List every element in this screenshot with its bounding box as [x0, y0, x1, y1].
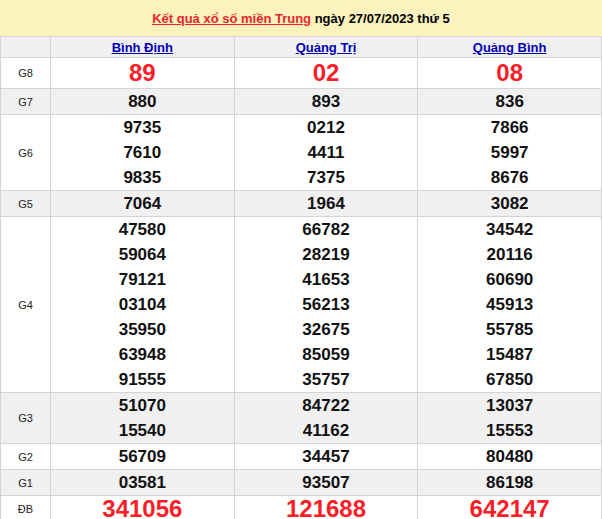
winning-number: 41653 [235, 267, 418, 292]
winning-number: 15540 [51, 418, 234, 443]
prize-numbers-cell: 56709 [51, 444, 235, 470]
prize-numbers-cell: 80480 [418, 444, 602, 470]
prize-numbers-cell: 642147 [418, 496, 602, 519]
winning-number: 03104 [51, 292, 234, 317]
winning-number: 66782 [235, 217, 418, 242]
lottery-results-table: Bình Định Quảng Trị Quảng Bình G8890208G… [0, 36, 602, 519]
lottery-region-link[interactable]: Kết quả xổ số miền Trung [152, 11, 311, 26]
prize-row-g7: G7880893836 [1, 89, 602, 115]
prize-label: G6 [1, 115, 51, 191]
winning-number: 7610 [51, 140, 234, 165]
winning-number: 836 [418, 89, 601, 114]
prize-label-header [1, 37, 51, 58]
winning-number: 93507 [235, 470, 418, 495]
prize-label: G1 [1, 470, 51, 496]
prize-numbers-cell: 86198 [418, 470, 602, 496]
winning-number: 15553 [418, 418, 601, 443]
winning-number: 3082 [418, 191, 601, 216]
prize-label: G3 [1, 393, 51, 444]
prize-numbers-cell: 1964 [234, 191, 418, 217]
winning-number: 55785 [418, 317, 601, 342]
winning-number: 0212 [235, 115, 418, 140]
winning-number: 34457 [235, 444, 418, 469]
winning-number: 60690 [418, 267, 601, 292]
winning-number: 02 [235, 58, 418, 88]
winning-number: 63948 [51, 342, 234, 367]
prize-row-đb: ĐB341056121688642147 [1, 496, 602, 519]
winning-number: 9835 [51, 165, 234, 190]
prize-numbers-cell: 34542201166069045913557851548767850 [418, 217, 602, 393]
prize-row-g5: G5706419643082 [1, 191, 602, 217]
prize-label: ĐB [1, 496, 51, 519]
prize-numbers-cell: 5107015540 [51, 393, 235, 444]
winning-number: 893 [235, 89, 418, 114]
prize-label: G7 [1, 89, 51, 115]
winning-number: 4411 [235, 140, 418, 165]
prize-label: G4 [1, 217, 51, 393]
prize-numbers-cell: 66782282194165356213326758505935757 [234, 217, 418, 393]
winning-number: 79121 [51, 267, 234, 292]
prize-numbers-cell: 121688 [234, 496, 418, 519]
winning-number: 32675 [235, 317, 418, 342]
prize-numbers-cell: 3082 [418, 191, 602, 217]
winning-number: 35950 [51, 317, 234, 342]
winning-number: 341056 [51, 496, 234, 519]
winning-number: 8676 [418, 165, 601, 190]
prize-numbers-cell: 786659978676 [418, 115, 602, 191]
prize-numbers-cell: 7064 [51, 191, 235, 217]
province-link[interactable]: Quảng Trị [296, 40, 357, 55]
winning-number: 121688 [235, 496, 418, 519]
prize-row-g3: G3510701554084722411621303715553 [1, 393, 602, 444]
prize-numbers-cell: 341056 [51, 496, 235, 519]
prize-numbers-cell: 836 [418, 89, 602, 115]
winning-number: 15487 [418, 342, 601, 367]
prize-row-g2: G2567093445780480 [1, 444, 602, 470]
winning-number: 20116 [418, 242, 601, 267]
winning-number: 85059 [235, 342, 418, 367]
winning-number: 9735 [51, 115, 234, 140]
table-header-row: Bình Định Quảng Trị Quảng Bình [1, 37, 602, 58]
province-link[interactable]: Bình Định [112, 40, 173, 55]
prize-row-g8: G8890208 [1, 58, 602, 89]
winning-number: 5997 [418, 140, 601, 165]
winning-number: 28219 [235, 242, 418, 267]
winning-number: 7064 [51, 191, 234, 216]
winning-number: 7866 [418, 115, 601, 140]
prize-numbers-cell: 021244117375 [234, 115, 418, 191]
prize-row-g1: G1035819350786198 [1, 470, 602, 496]
prize-numbers-cell: 8472241162 [234, 393, 418, 444]
prize-row-g6: G6973576109835021244117375786659978676 [1, 115, 602, 191]
winning-number: 03581 [51, 470, 234, 495]
winning-number: 08 [418, 58, 601, 88]
page-title: Kết quả xổ số miền Trung ngày 27/07/2023… [0, 0, 602, 36]
prize-numbers-cell: 880 [51, 89, 235, 115]
winning-number: 56213 [235, 292, 418, 317]
prize-label: G5 [1, 191, 51, 217]
winning-number: 89 [51, 58, 234, 88]
column-header-quang-binh: Quảng Bình [418, 37, 602, 58]
winning-number: 51070 [51, 393, 234, 418]
column-header-binh-dinh: Bình Định [51, 37, 235, 58]
winning-number: 56709 [51, 444, 234, 469]
prize-numbers-cell: 08 [418, 58, 602, 89]
prize-numbers-cell: 893 [234, 89, 418, 115]
prize-numbers-cell: 34457 [234, 444, 418, 470]
province-link[interactable]: Quảng Bình [473, 40, 547, 55]
winning-number: 59064 [51, 242, 234, 267]
winning-number: 41162 [235, 418, 418, 443]
winning-number: 34542 [418, 217, 601, 242]
winning-number: 880 [51, 89, 234, 114]
winning-number: 84722 [235, 393, 418, 418]
prize-numbers-cell: 93507 [234, 470, 418, 496]
winning-number: 7375 [235, 165, 418, 190]
draw-date-text: ngày 27/07/2023 thứ 5 [311, 11, 450, 26]
prize-row-g4: G447580590647912103104359506394891555667… [1, 217, 602, 393]
winning-number: 13037 [418, 393, 601, 418]
winning-number: 47580 [51, 217, 234, 242]
prize-numbers-cell: 973576109835 [51, 115, 235, 191]
winning-number: 91555 [51, 367, 234, 392]
prize-label: G2 [1, 444, 51, 470]
winning-number: 642147 [418, 496, 601, 519]
prize-numbers-cell: 1303715553 [418, 393, 602, 444]
prize-numbers-cell: 89 [51, 58, 235, 89]
